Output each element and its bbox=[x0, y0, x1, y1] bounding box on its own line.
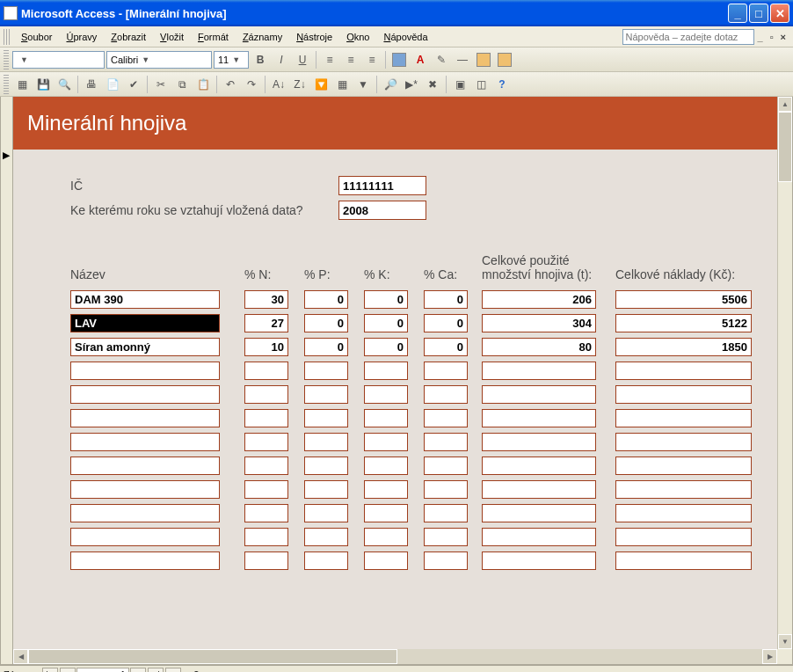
cell-n[interactable] bbox=[244, 551, 288, 570]
mdi-minimize[interactable]: _ bbox=[754, 32, 767, 42]
cell-ca[interactable] bbox=[424, 338, 468, 356]
vertical-scrollbar[interactable]: ▲ ▼ bbox=[777, 97, 792, 649]
next-record-button[interactable]: ▶ bbox=[130, 668, 146, 673]
cell-cost[interactable] bbox=[615, 409, 752, 427]
scroll-up-button[interactable]: ▲ bbox=[778, 97, 792, 112]
cell-p[interactable] bbox=[304, 457, 348, 475]
cell-n[interactable] bbox=[244, 528, 288, 546]
special-effect2-button[interactable] bbox=[495, 50, 514, 69]
align-left-button[interactable]: ≡ bbox=[320, 50, 339, 69]
cell-k[interactable] bbox=[364, 290, 408, 309]
object-combo[interactable]: ▼ bbox=[12, 51, 105, 69]
cell-ca[interactable] bbox=[424, 290, 468, 309]
cell-cost[interactable] bbox=[615, 362, 752, 380]
cell-k[interactable] bbox=[364, 504, 408, 522]
cell-k[interactable] bbox=[364, 314, 408, 332]
cell-n[interactable] bbox=[244, 504, 288, 522]
view-button[interactable]: ▦ bbox=[12, 75, 32, 94]
cell-n[interactable] bbox=[244, 409, 288, 427]
sort-desc-button[interactable]: Z↓ bbox=[290, 75, 309, 94]
cell-n[interactable] bbox=[244, 480, 288, 499]
scroll-right-button[interactable]: ▶ bbox=[762, 649, 777, 664]
copy-button[interactable]: ⧉ bbox=[172, 75, 192, 94]
menu-nápověda[interactable]: Nápověda bbox=[376, 30, 434, 44]
menu-okno[interactable]: Okno bbox=[339, 30, 376, 44]
cell-qty[interactable] bbox=[482, 338, 596, 356]
menu-úpravy[interactable]: Úpravy bbox=[59, 30, 104, 44]
font-color-button[interactable]: A bbox=[411, 50, 430, 69]
cell-p[interactable] bbox=[304, 409, 348, 427]
underline-button[interactable]: U bbox=[293, 50, 312, 69]
mdi-restore[interactable]: ▫ bbox=[767, 32, 777, 42]
cell-ca[interactable] bbox=[424, 551, 468, 570]
cell-p[interactable] bbox=[304, 362, 348, 380]
cell-p[interactable] bbox=[304, 528, 348, 546]
cell-ca[interactable] bbox=[424, 480, 468, 499]
scroll-thumb-h[interactable] bbox=[28, 649, 397, 664]
input-ic[interactable] bbox=[338, 176, 426, 195]
cell-k[interactable] bbox=[364, 362, 408, 380]
scroll-left-button[interactable]: ◀ bbox=[13, 649, 28, 664]
redo-button[interactable]: ↷ bbox=[242, 75, 261, 94]
cell-name[interactable] bbox=[70, 551, 220, 570]
cell-ca[interactable] bbox=[424, 433, 468, 451]
align-center-button[interactable]: ≡ bbox=[341, 50, 360, 69]
cell-qty[interactable] bbox=[482, 480, 596, 499]
cell-n[interactable] bbox=[244, 290, 288, 309]
cell-qty[interactable] bbox=[482, 504, 596, 522]
cell-name[interactable] bbox=[70, 504, 220, 522]
filter-selection-button[interactable]: 🔽 bbox=[311, 75, 331, 94]
last-record-button[interactable]: ▶| bbox=[148, 668, 164, 673]
scroll-down-button[interactable]: ▼ bbox=[778, 634, 792, 649]
record-selector-bar[interactable]: ▶ bbox=[1, 97, 13, 664]
apply-filter-button[interactable]: ▼ bbox=[353, 75, 373, 94]
minimize-button[interactable]: _ bbox=[728, 4, 747, 23]
cell-p[interactable] bbox=[304, 290, 348, 309]
cell-name[interactable] bbox=[70, 338, 220, 356]
cell-ca[interactable] bbox=[424, 409, 468, 427]
cell-k[interactable] bbox=[364, 528, 408, 546]
find-button[interactable]: 🔎 bbox=[381, 75, 400, 94]
menu-vložit[interactable]: Vložit bbox=[153, 30, 191, 44]
cell-n[interactable] bbox=[244, 385, 288, 404]
current-record-input[interactable] bbox=[76, 668, 129, 672]
cell-ca[interactable] bbox=[424, 504, 468, 522]
print-button[interactable]: 🖶 bbox=[82, 75, 101, 94]
line-thickness-button[interactable]: — bbox=[453, 50, 472, 69]
cell-qty[interactable] bbox=[482, 362, 596, 380]
input-year[interactable] bbox=[338, 201, 426, 220]
menu-zobrazit[interactable]: Zobrazit bbox=[104, 30, 153, 44]
prev-record-button[interactable]: ◀ bbox=[60, 668, 76, 673]
cell-ca[interactable] bbox=[424, 362, 468, 380]
cell-ca[interactable] bbox=[424, 314, 468, 332]
sort-asc-button[interactable]: A↓ bbox=[269, 75, 288, 94]
cell-cost[interactable] bbox=[615, 551, 752, 570]
save-button[interactable]: 💾 bbox=[33, 75, 53, 94]
cell-ca[interactable] bbox=[424, 457, 468, 475]
cell-name[interactable] bbox=[70, 409, 220, 427]
cell-cost[interactable] bbox=[615, 504, 752, 522]
scroll-thumb[interactable] bbox=[778, 112, 792, 182]
cell-cost[interactable] bbox=[615, 433, 752, 451]
cell-n[interactable] bbox=[244, 433, 288, 451]
cell-qty[interactable] bbox=[482, 409, 596, 427]
font-combo[interactable]: Calibri▼ bbox=[106, 51, 212, 69]
cell-p[interactable] bbox=[304, 314, 348, 332]
database-window-button[interactable]: ▣ bbox=[450, 75, 469, 94]
cell-name[interactable] bbox=[70, 314, 220, 332]
fill-color-button[interactable] bbox=[389, 50, 409, 69]
menu-záznamy[interactable]: Záznamy bbox=[236, 30, 289, 44]
delete-record-button[interactable]: ✖ bbox=[423, 75, 442, 94]
cell-qty[interactable] bbox=[482, 290, 596, 309]
cell-p[interactable] bbox=[304, 480, 348, 499]
cell-p[interactable] bbox=[304, 433, 348, 451]
menu-formát[interactable]: Formát bbox=[191, 30, 236, 44]
cell-k[interactable] bbox=[364, 338, 408, 356]
cell-cost[interactable] bbox=[615, 457, 752, 475]
cell-cost[interactable] bbox=[615, 385, 752, 404]
cell-n[interactable] bbox=[244, 314, 288, 332]
help-search-input[interactable] bbox=[622, 29, 754, 45]
special-effect-button[interactable] bbox=[474, 50, 493, 69]
new-record-button[interactable]: ▶* bbox=[402, 75, 421, 94]
print-preview-button[interactable]: 📄 bbox=[103, 75, 122, 94]
